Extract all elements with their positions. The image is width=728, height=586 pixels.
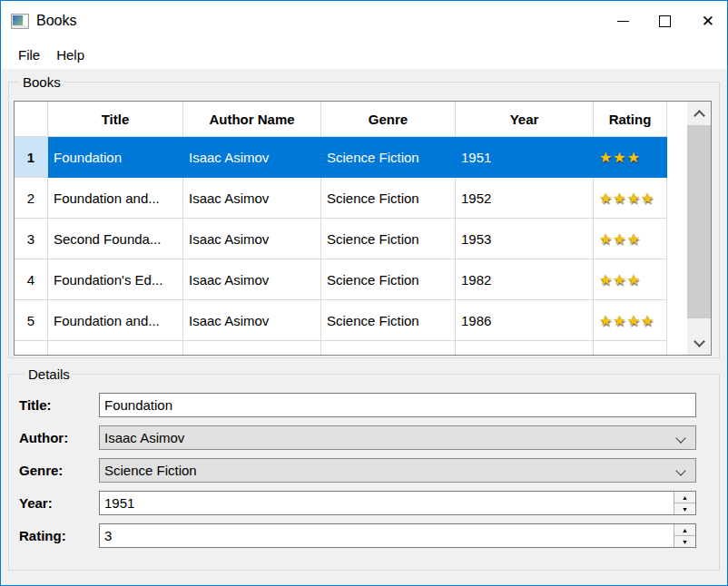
table-row[interactable]: 6 Prelude to Foun... Isaac Asimov Scienc… [15, 341, 687, 355]
row-number-cell[interactable]: 2 [15, 178, 48, 219]
table-row[interactable]: 5 Foundation and... Isaac Asimov Science… [15, 300, 687, 341]
author-cell[interactable]: Isaac Asimov [183, 137, 321, 178]
window-title: Books [36, 13, 76, 29]
author-field-row: Author: Isaac Asimov [19, 425, 696, 450]
row-number-cell[interactable]: 6 [15, 341, 48, 355]
maximize-button[interactable] [644, 3, 685, 39]
header-year[interactable]: Year [456, 102, 594, 137]
spin-down-button[interactable]: ▼ [674, 536, 695, 547]
spin-up-button[interactable]: ▲ [674, 524, 695, 536]
star-rating-icon: ★★★ [599, 230, 641, 248]
rating-cell[interactable]: ★★★ [594, 259, 667, 300]
spin-up-button[interactable]: ▲ [674, 492, 695, 503]
table-row[interactable]: 4 Foundation's Ed... Isaac Asimov Scienc… [15, 259, 687, 300]
year-cell[interactable]: 1986 [456, 300, 594, 341]
row-number-cell[interactable]: 1 [15, 137, 48, 178]
title-cell[interactable]: Second Founda... [48, 219, 183, 259]
row-number-cell[interactable]: 3 [15, 219, 48, 259]
scroll-up-button[interactable] [687, 102, 711, 125]
title-bar: Books ✕ [1, 1, 727, 41]
table-row[interactable]: 2 Foundation and... Isaac Asimov Science… [15, 178, 687, 219]
rating-input[interactable] [100, 524, 674, 547]
title-cell[interactable]: Foundation's Ed... [48, 259, 183, 300]
row-filler [667, 300, 687, 341]
close-icon: ✕ [702, 14, 714, 29]
star-rating-icon: ★★★★ [599, 312, 654, 329]
title-cell[interactable]: Foundation and... [48, 300, 183, 341]
chevron-down-icon [675, 465, 685, 475]
spin-down-button[interactable]: ▼ [674, 503, 695, 514]
menu-file[interactable]: File [10, 44, 48, 65]
rating-field-row: Rating: ▲ ▼ [19, 523, 696, 548]
rating-spinbox: ▲ ▼ [99, 523, 696, 548]
genre-cell[interactable]: Science Fiction [321, 219, 456, 259]
title-cell[interactable]: Foundation and... [48, 178, 183, 219]
table-header-row: Title Author Name Genre Year Rating [15, 102, 687, 137]
chevron-up-icon [694, 110, 705, 122]
table-row[interactable]: 3 Second Founda... Isaac Asimov Science … [15, 219, 687, 259]
chevron-down-icon [675, 433, 685, 443]
genre-cell[interactable]: Science Fiction [321, 341, 456, 355]
rating-cell[interactable]: ★★★ [594, 219, 667, 259]
genre-cell[interactable]: Science Fiction [321, 259, 456, 300]
row-filler [667, 178, 687, 219]
table-row[interactable]: 1 Foundation Isaac Asimov Science Fictio… [15, 137, 687, 178]
header-author[interactable]: Author Name [183, 102, 321, 137]
app-window: Books ✕ File Help Books Title Author Nam… [0, 0, 728, 586]
vertical-scrollbar[interactable] [687, 102, 711, 355]
scrollbar-thumb[interactable] [687, 125, 711, 318]
scrollbar-track[interactable] [687, 125, 711, 331]
title-input[interactable] [99, 393, 696, 417]
application-icon [11, 14, 29, 29]
star-rating-icon: ★★★ [599, 353, 641, 356]
rating-spin-buttons: ▲ ▼ [674, 524, 695, 547]
rating-cell[interactable]: ★★★ [594, 137, 667, 178]
genre-cell[interactable]: Science Fiction [321, 178, 456, 219]
row-filler [667, 259, 687, 300]
minimize-button[interactable] [602, 3, 644, 39]
title-cell[interactable]: Prelude to Foun... [48, 341, 183, 355]
year-input[interactable] [100, 492, 674, 514]
rating-cell[interactable]: ★★★★ [594, 300, 667, 341]
title-cell[interactable]: Foundation [48, 137, 183, 178]
chevron-down-icon [694, 336, 705, 347]
author-cell[interactable]: Isaac Asimov [183, 219, 321, 259]
author-cell[interactable]: Isaac Asimov [183, 300, 321, 341]
year-cell[interactable]: 1951 [456, 137, 594, 178]
title-field-label: Title: [19, 397, 99, 413]
year-cell[interactable]: 1988 [456, 341, 594, 355]
year-cell[interactable]: 1982 [456, 259, 594, 300]
author-field-label: Author: [19, 430, 99, 445]
header-filler [667, 102, 687, 137]
year-spinbox: ▲ ▼ [99, 491, 696, 515]
author-cell[interactable]: Isaac Asimov [183, 341, 321, 355]
row-number-cell[interactable]: 4 [15, 259, 48, 300]
close-button[interactable]: ✕ [685, 3, 727, 39]
row-filler [667, 219, 687, 259]
menu-bar: File Help [1, 41, 727, 69]
header-genre[interactable]: Genre [321, 102, 456, 137]
scroll-down-button[interactable] [687, 331, 711, 355]
author-cell[interactable]: Isaac Asimov [183, 259, 321, 300]
rating-cell[interactable]: ★★★★ [594, 178, 667, 219]
row-number-cell[interactable]: 5 [15, 300, 48, 341]
author-cell[interactable]: Isaac Asimov [183, 178, 321, 219]
star-rating-icon: ★★★ [599, 149, 641, 166]
header-title[interactable]: Title [48, 102, 183, 137]
year-field-label: Year: [19, 495, 99, 511]
genre-cell[interactable]: Science Fiction [321, 137, 456, 178]
rating-cell[interactable]: ★★★ [594, 341, 667, 355]
genre-combobox[interactable]: Science Fiction [99, 458, 696, 483]
genre-cell[interactable]: Science Fiction [321, 300, 456, 341]
row-filler [667, 341, 687, 355]
year-cell[interactable]: 1953 [456, 219, 594, 259]
title-field-row: Title: [19, 393, 696, 417]
genre-combobox-value: Science Fiction [104, 463, 197, 478]
year-spin-buttons: ▲ ▼ [674, 492, 695, 514]
menu-help[interactable]: Help [48, 44, 93, 65]
header-row-number [15, 102, 48, 137]
author-combobox[interactable]: Isaac Asimov [99, 425, 696, 450]
maximize-icon [659, 15, 671, 27]
year-cell[interactable]: 1952 [456, 178, 594, 219]
header-rating[interactable]: Rating [594, 102, 667, 137]
